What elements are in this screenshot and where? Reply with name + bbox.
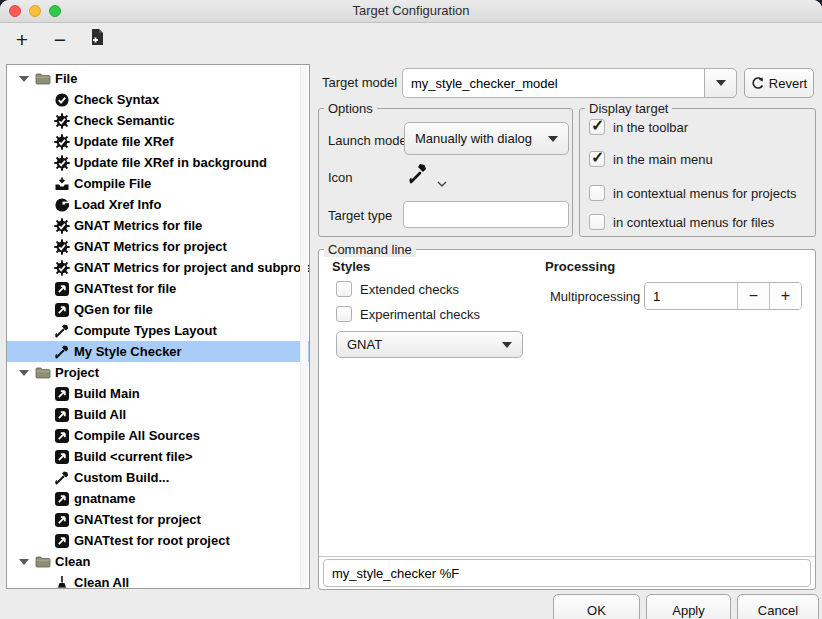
- toolbar: + −: [0, 24, 822, 60]
- clone-target-button[interactable]: [82, 26, 110, 54]
- command-line-input[interactable]: [323, 559, 811, 587]
- tree-item[interactable]: gnatname: [7, 488, 309, 509]
- tree-item[interactable]: Compute Types Layout: [7, 320, 309, 341]
- tree-item[interactable]: Load Xref Info: [7, 194, 309, 215]
- multiprocessing-label: Multiprocessing: [550, 289, 640, 304]
- target-model-dropdown-button[interactable]: [704, 68, 737, 98]
- launch-mode-dropdown[interactable]: Manually with dialog: [404, 122, 569, 155]
- broom-icon: [54, 575, 70, 590]
- tools-icon: [54, 323, 70, 339]
- tree-item[interactable]: Update file XRef in background: [7, 152, 309, 173]
- run-icon: [54, 302, 70, 318]
- checkbox[interactable]: [589, 119, 605, 135]
- tree-item[interactable]: Build Main: [7, 383, 309, 404]
- tree-item[interactable]: Clean All: [7, 572, 309, 589]
- target-type-input[interactable]: [403, 201, 569, 228]
- chevron-down-icon: [716, 80, 726, 86]
- expander-triangle-icon[interactable]: [19, 559, 29, 565]
- tree-item[interactable]: Build All: [7, 404, 309, 425]
- tree-item-label: Check Syntax: [74, 89, 159, 110]
- tree-item-label: GNAT Metrics for project and subprojects: [74, 257, 310, 278]
- tree-item[interactable]: QGen for file: [7, 299, 309, 320]
- run-icon: [54, 407, 70, 423]
- ok-button[interactable]: OK: [553, 594, 640, 619]
- target-type-label: Target type: [328, 208, 392, 223]
- tree-item[interactable]: Check Semantic: [7, 110, 309, 131]
- tree-item[interactable]: Clean: [7, 551, 309, 572]
- tree-item[interactable]: Update file XRef: [7, 131, 309, 152]
- tree-item[interactable]: Build <current file>: [7, 446, 309, 467]
- tree-item[interactable]: GNAT Metrics for project: [7, 236, 309, 257]
- expander-triangle-icon[interactable]: [19, 370, 29, 376]
- tree-item-label: GNAT Metrics for file: [74, 215, 202, 236]
- tree-item[interactable]: Compile File: [7, 173, 309, 194]
- target-configuration-dialog: Target Configuration + − FileCheck Synta…: [0, 0, 822, 619]
- expander-triangle-icon[interactable]: [19, 76, 29, 82]
- divider: [319, 556, 815, 557]
- cancel-button[interactable]: Cancel: [737, 594, 819, 619]
- tree-item[interactable]: Custom Build...: [7, 467, 309, 488]
- tree-item[interactable]: GNATtest for root project: [7, 530, 309, 551]
- checkbox[interactable]: [336, 281, 352, 297]
- processing-heading: Processing: [545, 259, 615, 274]
- checkbox-row: Experimental checks: [336, 306, 480, 322]
- tree-item[interactable]: GNATtest for project: [7, 509, 309, 530]
- gear-check-icon: [54, 155, 70, 171]
- zoom-window-button[interactable]: [49, 5, 61, 17]
- checkbox[interactable]: [589, 151, 605, 167]
- command-line-group: Command line Styles Extended checksExper…: [318, 249, 816, 590]
- multiprocessing-increment-button[interactable]: +: [769, 283, 801, 309]
- checkbox[interactable]: [336, 306, 352, 322]
- tree-item-label: GNATtest for file: [74, 278, 176, 299]
- tree-item[interactable]: File: [7, 68, 309, 89]
- tree-item[interactable]: GNAT Metrics for file: [7, 215, 309, 236]
- minimize-window-button[interactable]: [29, 5, 41, 17]
- tree-scrollbar[interactable]: [300, 66, 308, 587]
- checkbox[interactable]: [589, 214, 605, 230]
- tree-item[interactable]: Compile All Sources: [7, 425, 309, 446]
- add-target-button[interactable]: +: [8, 26, 36, 54]
- tree-item-label: Compile All Sources: [74, 425, 200, 446]
- tree-item-label: Load Xref Info: [74, 194, 161, 215]
- compile-icon: [54, 176, 70, 192]
- tree-item[interactable]: GNATtest for file: [7, 278, 309, 299]
- run-icon: [54, 449, 70, 465]
- checkbox[interactable]: [589, 185, 605, 201]
- multiprocessing-input[interactable]: [645, 283, 737, 309]
- remove-target-button[interactable]: −: [46, 26, 74, 54]
- checkbox-row: in contextual menus for files: [589, 214, 774, 230]
- tree-item-label: Custom Build...: [74, 467, 169, 488]
- target-model-label: Target model: [322, 75, 397, 90]
- gear-check-icon: [54, 218, 70, 234]
- tree-item[interactable]: Check Syntax: [7, 89, 309, 110]
- styles-heading: Styles: [332, 259, 370, 274]
- target-model-input[interactable]: [402, 68, 705, 98]
- revert-button[interactable]: Revert: [744, 68, 814, 98]
- multiprocessing-spinner: − +: [644, 282, 802, 310]
- run-icon: [54, 491, 70, 507]
- icon-picker-button[interactable]: [407, 162, 449, 188]
- checkbox-row: in contextual menus for projects: [589, 185, 797, 201]
- tree-item-label: QGen for file: [74, 299, 153, 320]
- tree-item-label: My Style Checker: [74, 341, 182, 362]
- apply-button[interactable]: Apply: [646, 594, 731, 619]
- multiprocessing-decrement-button[interactable]: −: [737, 283, 769, 309]
- close-window-button[interactable]: [9, 5, 21, 17]
- folder-icon: [35, 365, 51, 381]
- chevron-down-icon: [502, 342, 512, 348]
- tree-item-label: Clean All: [74, 572, 129, 589]
- title-bar: Target Configuration: [0, 0, 822, 23]
- tools-icon: [54, 344, 70, 360]
- tree-item[interactable]: GNAT Metrics for project and subprojects: [7, 257, 309, 278]
- tree-item[interactable]: My Style Checker: [7, 341, 309, 362]
- run-icon: [54, 386, 70, 402]
- tree-item-label: GNAT Metrics for project: [74, 236, 227, 257]
- window-title: Target Configuration: [0, 0, 822, 22]
- tree-item[interactable]: Project: [7, 362, 309, 383]
- xref-icon: [54, 197, 70, 213]
- checkbox-label: in contextual menus for files: [613, 215, 774, 230]
- tree-item-label: Clean: [55, 551, 90, 572]
- checkbox-row: in the toolbar: [589, 119, 688, 135]
- gear-check-icon: [54, 113, 70, 129]
- styles-dropdown[interactable]: GNAT: [336, 331, 523, 358]
